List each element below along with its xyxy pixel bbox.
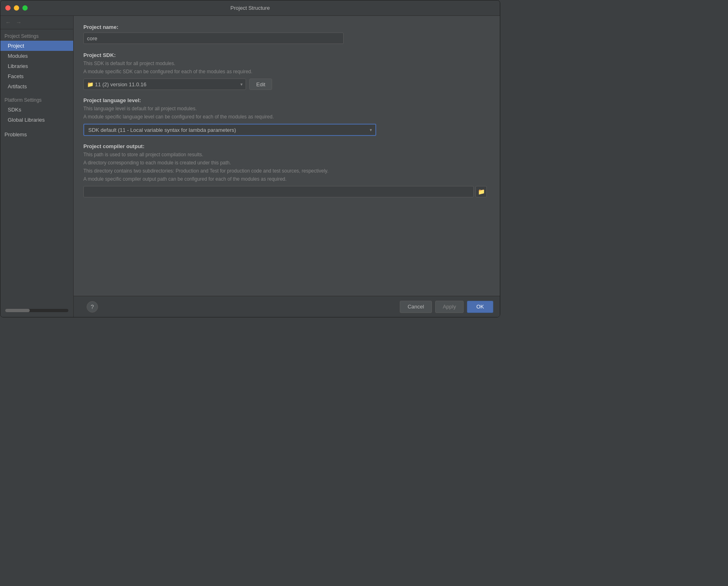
compiler-desc4: A module specific compiler output path c… [83,175,490,183]
minimize-button[interactable] [14,5,19,11]
project-sdk-label: Project SDK: [83,52,490,58]
bottom-bar-inner: ? Cancel Apply OK [80,301,493,313]
back-arrow[interactable]: ← [4,18,13,26]
close-button[interactable] [5,5,11,11]
sidebar-scrollbar[interactable] [0,306,73,317]
bottom-bar: ? Cancel Apply OK [74,296,500,317]
title-bar: Project Structure [0,0,500,16]
nav-arrows: ← → [0,16,73,29]
sidebar-scroll-area [0,140,73,306]
platform-settings-section-label: Platform Settings [0,93,73,105]
project-sdk-desc2: A module specific SDK can be configured … [83,68,490,75]
help-button[interactable]: ? [87,301,98,313]
lang-select-wrapper: SDK default (11 - Local variable syntax … [83,124,376,136]
folder-browse-button[interactable]: 📁 [475,186,487,197]
ok-button[interactable]: OK [467,301,493,313]
apply-button[interactable]: Apply [435,301,464,313]
project-lang-label: Project language level: [83,97,490,103]
sidebar-item-sdks[interactable]: SDKs [0,105,73,115]
sidebar-item-facets[interactable]: Facets [0,71,73,81]
scrollbar-thumb[interactable] [5,309,30,312]
language-level-select[interactable]: SDK default (11 - Local variable syntax … [83,124,376,136]
cancel-button[interactable]: Cancel [400,301,432,313]
project-lang-desc2: A module specific language level can be … [83,113,490,120]
sdk-select-wrapper: 📁 11 (2) version 11.0.16 [83,79,246,90]
compiler-desc1: This path is used to store all project c… [83,151,490,158]
window-controls[interactable] [5,5,28,11]
sidebar-item-artifacts[interactable]: Artifacts [0,81,73,92]
sidebar-item-modules[interactable]: Modules [0,51,73,61]
sidebar-item-global-libraries[interactable]: Global Libraries [0,115,73,125]
project-name-input[interactable] [83,33,344,44]
scrollbar-track [5,309,68,312]
sdk-row: 📁 11 (2) version 11.0.16 Edit [83,79,490,90]
sidebar-item-libraries[interactable]: Libraries [0,61,73,71]
forward-arrow[interactable]: → [14,18,23,26]
maximize-button[interactable] [22,5,28,11]
compiler-desc3: This directory contains two subdirectori… [83,167,490,175]
sidebar-item-problems[interactable]: Problems [0,128,73,140]
content-scroll: Project name: Project SDK: This SDK is d… [74,16,500,296]
sdk-select[interactable]: 📁 11 (2) version 11.0.16 [83,79,246,90]
project-settings-section-label: Project Settings [0,29,73,41]
project-name-label: Project name: [83,24,490,30]
compiler-output-input[interactable] [83,186,474,197]
sidebar: ← → Project Settings Project Modules Lib… [0,16,74,317]
sidebar-item-project[interactable]: Project [0,41,73,51]
main-layout: ← → Project Settings Project Modules Lib… [0,16,500,317]
edit-sdk-button[interactable]: Edit [249,79,272,90]
window-title: Project Structure [231,5,270,11]
project-lang-desc1: This language level is default for all p… [83,105,490,112]
folder-icon: 📁 [478,188,485,195]
project-sdk-desc1: This SDK is default for all project modu… [83,60,490,67]
content-area: Project name: Project SDK: This SDK is d… [74,16,500,317]
project-compiler-label: Project compiler output: [83,143,490,149]
compiler-output-row: 📁 [83,186,490,197]
compiler-desc2: A directory corresponding to each module… [83,159,490,166]
